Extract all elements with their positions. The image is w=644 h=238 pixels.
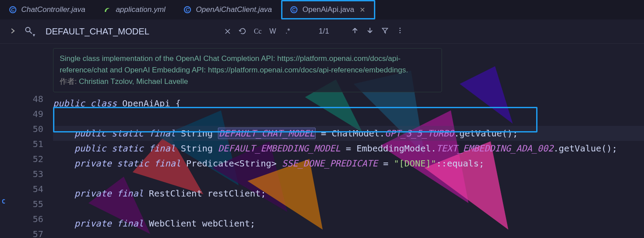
tab-label: OpenAiChatClient.java <box>196 5 272 14</box>
code-line: private static final Predicate<String> S… <box>53 156 644 171</box>
class-marker: C <box>2 194 5 209</box>
search-icon: ▾ <box>22 26 40 37</box>
tab-label: application.yml <box>116 5 165 14</box>
yml-file-icon <box>103 6 111 14</box>
svg-point-17 <box>399 27 400 29</box>
close-icon[interactable] <box>359 6 366 13</box>
line-number: 54 <box>7 181 43 196</box>
line-number: 55 <box>7 196 43 212</box>
tab-label: ChatController.java <box>21 5 85 14</box>
line-number: 51 <box>7 136 43 151</box>
find-expand-toggle[interactable] <box>8 28 18 35</box>
tab-application-yml[interactable]: application.yml <box>95 0 175 19</box>
find-input[interactable] <box>45 26 221 37</box>
find-bar: ▾ Cc W .* 1/1 <box>0 19 644 44</box>
code-line <box>53 231 644 238</box>
line-number: 57 <box>7 227 43 238</box>
line-number: 56 <box>7 212 43 227</box>
left-rail: C <box>0 44 7 238</box>
doc-line: Single class implementation of the OpenA… <box>60 53 435 64</box>
code-lines: public class OpenAiApi { public static f… <box>53 96 644 238</box>
code-line: public static final String DEFAULT_CHAT_… <box>53 126 644 141</box>
doc-authors: Christian Tzolov, Michael Lavelle <box>79 77 188 86</box>
tab-openaiapi[interactable]: C OpenAiApi.java <box>281 0 375 19</box>
tab-label: OpenAiApi.java <box>302 5 354 14</box>
editor[interactable]: C 48 49 50 51 52 53 54 55 56 57 Single c… <box>0 44 644 238</box>
line-number: 48 <box>7 91 43 106</box>
history-icon[interactable] <box>238 27 247 36</box>
svg-text:C: C <box>11 7 15 12</box>
find-prev[interactable] <box>351 27 358 36</box>
tab-bar: C ChatController.java application.yml C … <box>0 0 644 19</box>
search-match: DEFAULT_CHAT_MODEL <box>218 128 316 139</box>
code-column: Single class implementation of the OpenA… <box>53 44 644 238</box>
filter-icon[interactable] <box>381 27 389 36</box>
java-file-icon: C <box>183 6 191 14</box>
whole-word-toggle[interactable]: W <box>268 27 277 36</box>
code-line <box>53 201 644 216</box>
svg-point-16 <box>26 27 30 32</box>
code-line <box>53 171 644 186</box>
line-number: 49 <box>7 106 43 121</box>
svg-text:C: C <box>186 7 190 12</box>
code-line: private final WebClient webClient; <box>53 216 644 231</box>
tab-chatcontroller[interactable]: C ChatController.java <box>0 0 95 19</box>
java-file-icon: C <box>9 6 17 14</box>
tab-openaichatclient[interactable]: C OpenAiChatClient.java <box>175 0 281 19</box>
doc-block: Single class implementation of the OpenA… <box>53 48 442 92</box>
code-line: public static final String DEFAULT_EMBED… <box>53 141 644 156</box>
svg-point-18 <box>399 30 400 31</box>
find-count: 1/1 <box>314 27 334 36</box>
match-case-toggle[interactable]: Cc <box>253 27 262 36</box>
code-line: public class OpenAiApi { <box>53 96 644 111</box>
doc-author-label: 作者: <box>60 77 79 86</box>
find-input-wrap: Cc W .* <box>45 25 292 38</box>
regex-toggle[interactable]: .* <box>283 27 292 36</box>
gutter: 48 49 50 51 52 53 54 55 56 57 <box>7 44 53 238</box>
svg-point-19 <box>399 32 400 33</box>
line-number: 53 <box>7 166 43 181</box>
doc-line: reference/chat and OpenAI Embedding API:… <box>60 64 435 76</box>
svg-text:C: C <box>292 7 296 12</box>
line-number: 50 <box>7 121 43 136</box>
find-next[interactable] <box>366 27 373 36</box>
code-line <box>53 111 644 126</box>
code-line: private final RestClient restClient; <box>53 186 644 201</box>
more-icon[interactable] <box>396 27 404 36</box>
line-number: 52 <box>7 151 43 166</box>
java-file-icon: C <box>290 6 298 14</box>
clear-icon[interactable] <box>223 27 232 36</box>
